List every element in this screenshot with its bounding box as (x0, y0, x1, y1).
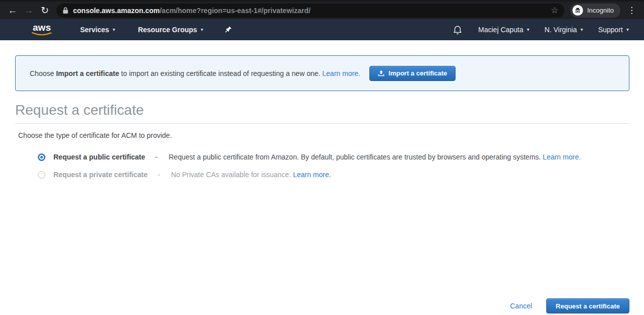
browser-menu-icon[interactable]: ⋮ (627, 5, 636, 16)
request-certificate-button[interactable]: Request a certificate (546, 298, 629, 313)
nav-resource-groups-label: Resource Groups (138, 26, 197, 34)
chevron-down-icon: ▾ (527, 27, 530, 32)
nav-user-label: Maciej Caputa (478, 26, 524, 34)
nav-services[interactable]: Services ▾ (80, 26, 115, 34)
main-content: Choose Import a certificate to import an… (0, 55, 644, 315)
dash: - (158, 171, 160, 179)
option-public-description: Request a public certificate from Amazon… (169, 153, 581, 161)
banner-text-suffix: to import an existing certificate instea… (119, 69, 322, 77)
aws-logo-text: aws (33, 23, 51, 32)
notifications-bell-icon[interactable] (453, 25, 462, 35)
upload-icon (378, 70, 384, 76)
nav-support-label: Support (598, 26, 623, 34)
page-title: Request a certificate (15, 102, 629, 118)
aws-logo[interactable]: aws (31, 23, 52, 36)
banner-text-bold: Import a certificate (56, 69, 119, 77)
info-banner: Choose Import a certificate to import an… (15, 55, 629, 91)
option-private-label: Request a private certificate (53, 171, 148, 179)
browser-chrome: ← → ↻ console.aws.amazon.com/acm/home?re… (0, 0, 644, 19)
navbar-right: Maciej Caputa ▾ N. Virginia ▾ Support ▾ (453, 25, 629, 35)
chevron-down-icon: ▾ (626, 27, 629, 32)
nav-region-menu[interactable]: N. Virginia ▾ (545, 26, 583, 34)
banner-text-prefix: Choose (30, 69, 56, 77)
incognito-icon (572, 5, 583, 16)
incognito-label: Incognito (587, 7, 614, 14)
option-private-description-text: No Private CAs available for issuance. (171, 171, 293, 179)
url-text: console.aws.amazon.com/acm/home?region=u… (73, 7, 310, 15)
forward-icon[interactable]: → (22, 6, 35, 15)
chevron-down-icon: ▾ (201, 27, 203, 32)
nav-support-menu[interactable]: Support ▾ (598, 26, 629, 34)
cancel-link[interactable]: Cancel (510, 302, 532, 310)
chevron-down-icon: ▾ (581, 27, 583, 32)
chevron-down-icon: ▾ (113, 27, 115, 32)
option-private-certificate: Request a private certificate - No Priva… (38, 171, 644, 179)
certificate-type-options: Request a public certificate - Request a… (38, 153, 644, 179)
pin-icon[interactable] (224, 26, 232, 34)
aws-navbar: aws Services ▾ Resource Groups ▾ Maciej … (0, 19, 644, 40)
import-certificate-button[interactable]: Import a certificate (369, 66, 456, 81)
radio-private-certificate[interactable] (38, 171, 45, 179)
url-bar[interactable]: console.aws.amazon.com/acm/home?region=u… (56, 4, 564, 18)
import-certificate-button-label: Import a certificate (389, 69, 447, 77)
back-icon[interactable]: ← (6, 6, 19, 15)
lock-icon (62, 7, 69, 14)
screen: ← → ↻ console.aws.amazon.com/acm/home?re… (0, 0, 644, 315)
page-subtitle: Choose the type of certificate for ACM t… (18, 131, 644, 139)
radio-public-certificate[interactable] (38, 153, 45, 161)
footer-actions: Cancel Request a certificate (510, 298, 629, 313)
aws-smile-swoosh (31, 32, 52, 36)
incognito-badge: Incognito (570, 4, 620, 18)
dash: - (155, 153, 158, 161)
url-path: /acm/home?region=us-east-1#/privatewizar… (160, 7, 310, 15)
title-divider (15, 123, 629, 124)
nav-region-label: N. Virginia (545, 26, 577, 34)
nav-services-label: Services (80, 26, 109, 34)
option-public-certificate: Request a public certificate - Request a… (38, 153, 644, 161)
option-private-description: No Private CAs available for issuance. L… (171, 171, 331, 179)
option-public-description-text: Request a public certificate from Amazon… (169, 153, 543, 161)
nav-resource-groups[interactable]: Resource Groups ▾ (138, 26, 204, 34)
private-learn-more-link[interactable]: Learn more. (293, 171, 331, 179)
public-learn-more-link[interactable]: Learn more. (543, 153, 581, 161)
banner-learn-more-link[interactable]: Learn more. (323, 69, 360, 77)
bookmark-star-icon[interactable]: ☆ (551, 6, 558, 15)
option-public-label: Request a public certificate (53, 153, 145, 161)
reload-icon[interactable]: ↻ (38, 6, 51, 15)
nav-user-menu[interactable]: Maciej Caputa ▾ (478, 26, 530, 34)
url-domain: console.aws.amazon.com (73, 7, 160, 15)
banner-text: Choose Import a certificate to import an… (30, 69, 360, 77)
